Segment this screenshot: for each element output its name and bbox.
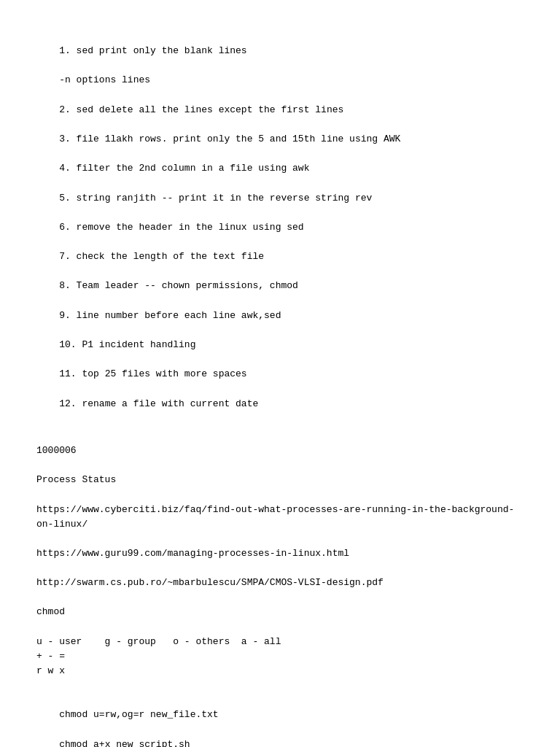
page-content: 1. sed print only the blank lines -n opt… <box>36 29 524 747</box>
url-3[interactable]: http://swarm.cs.pub.ro/~mbarbulescu/SMPA… <box>36 576 524 590</box>
url-1[interactable]: https://www.cyberciti.biz/faq/find-out-w… <box>36 503 524 532</box>
list-item-4: 4. filter the 2nd column in a file using… <box>59 163 309 174</box>
list-item-2: 2. sed delete all the lines except the f… <box>59 104 343 115</box>
chmod-legend: u - user g - group o - others a - all + … <box>36 635 524 678</box>
list-item-9: 9. line number before each line awk,sed <box>59 310 281 321</box>
chmod-examples: chmod u=rw,og=r new_file.txt chmod a+x n… <box>36 693 524 747</box>
chmod-example-0: chmod u=rw,og=r new_file.txt <box>59 709 218 720</box>
list-item-8: 8. Team leader -- chown permissions, chm… <box>59 280 298 291</box>
list-item-3: 3. file 1lakh rows. print only the 5 and… <box>59 133 400 144</box>
list-item-10: 10. P1 incident handling <box>59 339 195 350</box>
list-item-6: 6. remove the header in the linux using … <box>59 222 303 233</box>
chmod-header: chmod <box>36 605 524 619</box>
chmod-example-1: chmod a+x new_script.sh <box>59 739 190 747</box>
list-item-n: -n options lines <box>59 74 150 85</box>
list-item-12: 12. rename a file with current date <box>59 398 258 409</box>
url-2[interactable]: https://www.guru99.com/managing-processe… <box>36 546 524 561</box>
list-item-7: 7. check the length of the text file <box>59 251 264 262</box>
list-item-5: 5. string ranjith -- print it in the rev… <box>59 193 372 204</box>
process-status-label: Process Status <box>36 473 524 487</box>
id-number: 1000006 <box>36 444 524 458</box>
list-item-11: 11. top 25 files with more spaces <box>59 368 246 379</box>
list-item-1: 1. sed print only the blank lines <box>59 45 246 56</box>
numbered-list: 1. sed print only the blank lines -n opt… <box>36 29 524 426</box>
